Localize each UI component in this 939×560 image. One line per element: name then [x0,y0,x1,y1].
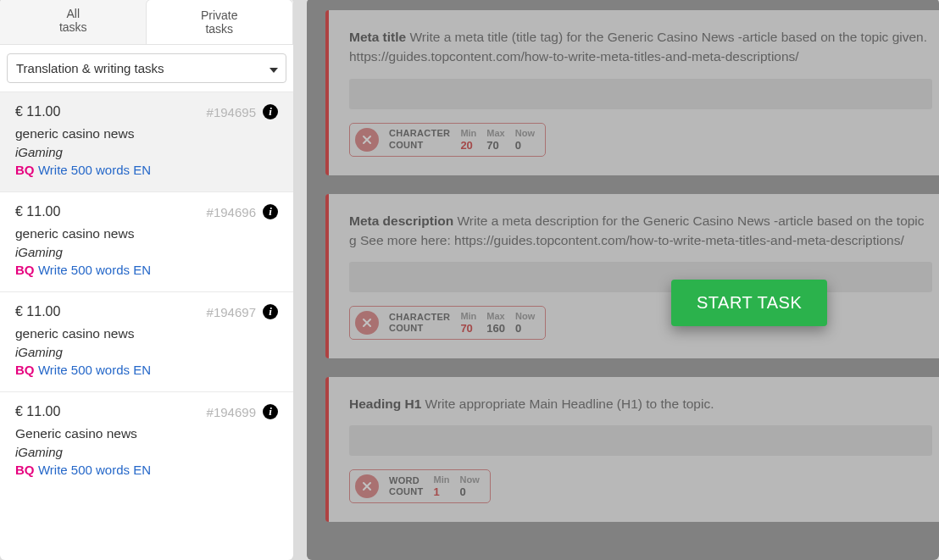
task-item[interactable]: € 11.00#194696igeneric casino newsiGamin… [0,191,293,291]
counter-value: 0 [460,485,466,498]
task-bq-badge: BQ [15,363,35,377]
task-title: Generic casino news [15,426,278,441]
counter-value: 1 [434,485,440,498]
task-category: iGaming [15,145,278,159]
counter-col: Min20 [460,128,476,152]
form-card: Meta description Write a meta descriptio… [325,194,939,359]
counter-value: 70 [486,139,498,152]
info-icon[interactable]: i [263,304,278,319]
counter-header: Min [460,128,476,138]
dropdown-wrap: Translation & writing tasks [0,45,293,91]
counter-value: 160 [486,322,505,335]
button-label: START TASK [697,293,802,312]
task-title: generic casino news [15,226,278,241]
card-instruction: Heading H1 Write appropriate Main Headli… [349,394,932,413]
tab-private-tasks[interactable]: Private tasks [146,0,294,44]
task-bq-badge: BQ [15,263,35,277]
close-icon [355,128,379,152]
task-link[interactable]: Write 500 words EN [38,163,151,177]
counter-value: 20 [460,139,472,152]
counter-col: Min1 [434,474,450,498]
counter-label: WORDCOUNT [389,475,424,497]
select-value: Translation & writing tasks [16,61,164,75]
task-price: € 11.00 [15,404,60,419]
tab-label: Private tasks [147,8,293,36]
close-icon [355,474,379,498]
tab-label: All tasks [0,7,147,34]
counter-header: Now [460,474,480,485]
tabs: All tasks Private tasks [0,0,293,45]
counter-box: CHARACTERCOUNTMin70Max160Now0 [349,306,546,340]
task-bq-badge: BQ [15,463,35,477]
counter-value: 70 [460,322,472,335]
task-item[interactable]: € 11.00#194697igeneric casino newsiGamin… [0,291,293,391]
counter-col: Now0 [515,128,535,152]
counter-header: Min [460,311,476,321]
task-link[interactable]: Write 500 words EN [38,463,151,477]
text-input[interactable] [349,262,932,292]
start-task-button[interactable]: START TASK [671,280,827,326]
info-icon[interactable]: i [263,204,278,219]
text-input[interactable] [349,79,932,109]
counter-header: Max [486,311,504,321]
counter-col: Now0 [515,311,535,335]
task-price: € 11.00 [15,104,60,119]
task-id: #194697 [207,305,256,319]
counter-header: Min [434,474,450,485]
counter-col: Max70 [486,128,504,152]
counter-value: 0 [515,322,521,335]
task-id: #194695 [207,105,256,119]
task-category: iGaming [15,345,278,359]
card-instruction: Meta title Write a meta title (title tag… [349,27,932,67]
counter-header: Max [486,128,504,138]
task-id: #194699 [207,405,256,419]
task-bq-badge: BQ [15,163,35,177]
task-link[interactable]: Write 500 words EN [38,263,151,277]
tab-all-tasks[interactable]: All tasks [0,0,147,44]
sidebar: All tasks Private tasks Translation & wr… [0,0,293,560]
task-type-select[interactable]: Translation & writing tasks [7,53,286,83]
counter-box: CHARACTERCOUNTMin20Max70Now0 [349,123,546,157]
main-panel: Meta title Write a meta title (title tag… [307,0,939,560]
chevron-down-icon [269,61,278,76]
task-item[interactable]: € 11.00#194699iGeneric casino newsiGamin… [0,391,293,491]
card-instruction: Meta description Write a meta descriptio… [349,211,932,251]
counter-col: Max160 [486,311,505,335]
counter-col: Now0 [460,474,480,498]
form-card: Heading H1 Write appropriate Main Headli… [325,377,939,522]
counter-box: WORDCOUNTMin1Now0 [349,469,491,503]
form-card: Meta title Write a meta title (title tag… [325,10,939,175]
info-icon[interactable]: i [263,104,278,119]
counter-label: CHARACTERCOUNT [389,312,450,334]
counter-header: Now [515,311,535,321]
task-list: € 11.00#194695igeneric casino newsiGamin… [0,91,293,491]
task-link[interactable]: Write 500 words EN [38,363,151,377]
task-item[interactable]: € 11.00#194695igeneric casino newsiGamin… [0,91,293,191]
counter-label: CHARACTERCOUNT [389,128,450,150]
close-icon [355,311,379,335]
text-input[interactable] [349,425,932,456]
task-price: € 11.00 [15,204,60,219]
task-category: iGaming [15,245,278,259]
task-title: generic casino news [15,126,278,141]
counter-header: Now [515,128,535,138]
task-price: € 11.00 [15,304,60,319]
counter-value: 0 [515,139,521,152]
counter-col: Min70 [460,311,476,335]
task-id: #194696 [207,205,256,219]
task-title: generic casino news [15,326,278,341]
task-category: iGaming [15,445,278,459]
info-icon[interactable]: i [263,404,278,419]
